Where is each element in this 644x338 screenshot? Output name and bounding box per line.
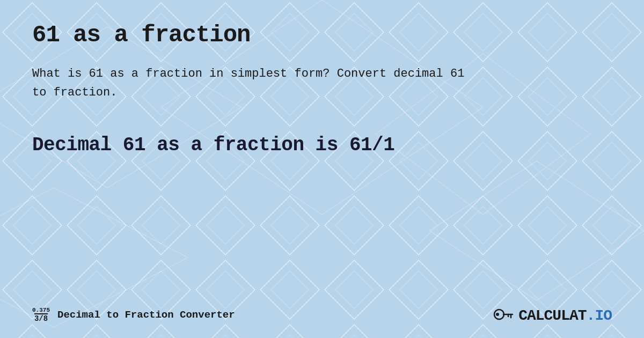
page-title: 61 as a fraction xyxy=(32,21,612,48)
description-text: What is 61 as a fraction in simplest for… xyxy=(32,64,472,102)
result-text: Decimal 61 as a fraction is 61/1 xyxy=(32,134,612,156)
main-content: 61 as a fraction What is 61 as a fractio… xyxy=(0,0,644,338)
result-section: Decimal 61 as a fraction is 61/1 xyxy=(32,134,612,156)
